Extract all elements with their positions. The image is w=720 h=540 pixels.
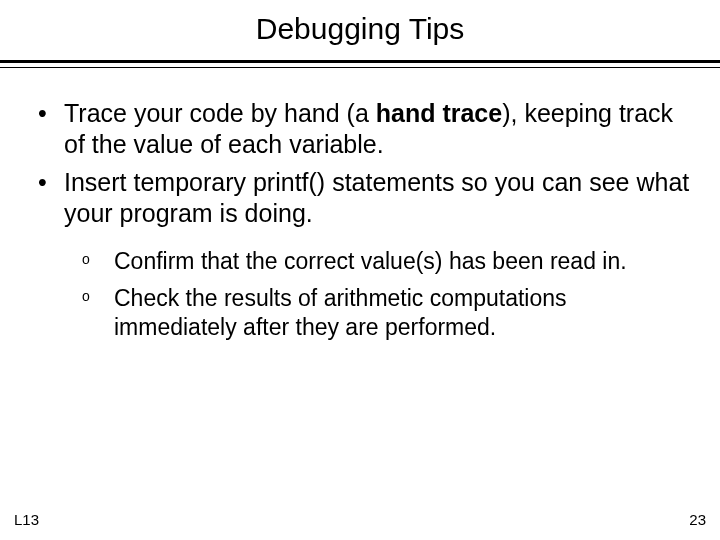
main-list: Trace your code by hand (a hand trace), … [30,98,690,229]
sub-bullet-1: Confirm that the correct value(s) has be… [74,247,690,276]
bullet-1-text-pre: Trace your code by hand (a [64,99,376,127]
sub-bullet-2-text: Check the results of arithmetic computat… [114,285,567,340]
sub-bullet-2: Check the results of arithmetic computat… [74,284,690,342]
bullet-1-bold: hand trace [376,99,502,127]
bullet-1: Trace your code by hand (a hand trace), … [30,98,690,161]
bullet-2: Insert temporary printf() statements so … [30,167,690,230]
title-rule-thin [0,67,720,68]
title-rule-thick [0,60,720,63]
slide: Debugging Tips Trace your code by hand (… [0,0,720,540]
bullet-2-text: Insert temporary printf() statements so … [64,168,689,227]
sub-bullet-1-text: Confirm that the correct value(s) has be… [114,248,627,274]
footer-left: L13 [14,511,39,528]
slide-title: Debugging Tips [0,0,720,60]
sub-list: Confirm that the correct value(s) has be… [74,247,690,341]
slide-body: Trace your code by hand (a hand trace), … [0,98,720,341]
footer-right: 23 [689,511,706,528]
